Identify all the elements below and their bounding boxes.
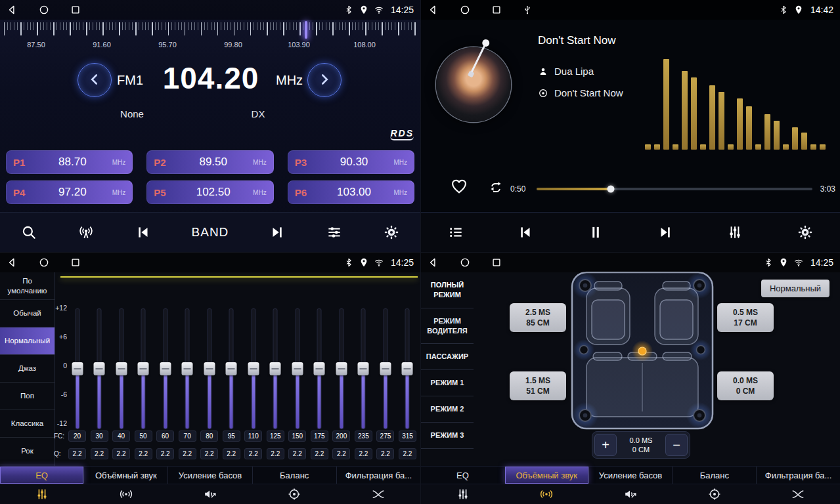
tuner-settings-icon[interactable] [326,224,343,241]
bass-boost-icon[interactable] [168,484,252,504]
recents-icon[interactable] [491,4,502,16]
progress-bar[interactable] [537,188,812,190]
eq-preset-item[interactable]: Обычай [0,300,55,327]
tab-баланс[interactable]: Баланс [672,467,756,484]
eq-preset-item[interactable]: Поп [0,383,55,410]
tab-объёмный-звук[interactable]: Объёмный звук [504,467,588,484]
eq-band-slider[interactable] [244,309,262,429]
eq-slider-handle[interactable] [336,362,347,375]
eq-preset-item[interactable]: Классика [0,410,55,438]
recents-icon[interactable] [70,257,81,268]
tab-усиление-басов[interactable]: Усиление басов [588,467,673,484]
tab-eq[interactable]: EQ [421,467,504,484]
soundfield-mode-item[interactable]: РЕЖИМ 2 [421,396,474,423]
eq-preset-item[interactable]: Джаз [0,355,55,383]
delay-rear-left-button[interactable]: 1.5 MS 51 CM [510,371,566,400]
next-track-icon[interactable] [269,224,286,241]
preset-button-p2[interactable]: P289.50MHz [146,150,273,174]
crossover-filter-icon[interactable] [336,484,420,504]
gear-icon[interactable] [797,224,814,241]
repeat-icon[interactable] [488,180,504,196]
crossover-filter-icon[interactable] [756,484,840,504]
playlist-icon[interactable] [447,224,464,241]
broadcast-icon[interactable] [77,224,95,241]
eq-slider-handle[interactable] [248,362,259,375]
bass-boost-icon[interactable] [588,484,673,504]
soundfield-mode-item[interactable]: РЕЖИМ ВОДИТЕЛЯ [421,308,474,345]
eq-slider-handle[interactable] [380,362,391,375]
surround-sound-icon[interactable] [84,484,168,504]
eq-band-slider[interactable] [135,309,152,429]
soundfield-mode-item[interactable]: ПОЛНЫЙ РЕЖИМ [421,272,474,308]
eq-band-slider[interactable] [311,309,328,429]
next-track-icon[interactable] [657,224,674,241]
favorite-icon[interactable] [450,177,468,196]
progress-thumb[interactable] [608,186,615,193]
eq-band-slider[interactable] [376,309,394,429]
back-icon[interactable] [7,4,18,16]
eq-slider-handle[interactable] [138,362,149,375]
eq-band-slider[interactable] [156,309,174,429]
eq-preset-item[interactable]: По умолчанию [0,272,55,300]
back-icon[interactable] [7,257,18,268]
eq-slider-handle[interactable] [94,362,105,375]
search-icon[interactable] [20,224,37,241]
previous-track-icon[interactable] [517,224,534,241]
home-icon[interactable] [459,257,471,268]
eq-band-slider[interactable] [112,309,130,429]
eq-slider-handle[interactable] [116,362,127,375]
tab-объёмный-звук[interactable]: Объёмный звук [83,467,167,484]
eq-band-slider[interactable] [179,309,196,429]
eq-band-slider[interactable] [355,309,372,429]
recents-icon[interactable] [491,257,502,268]
eq-slider-handle[interactable] [160,362,171,375]
delay-rear-right-button[interactable]: 0.0 MS 0 CM [717,371,774,400]
pause-icon[interactable] [587,224,604,241]
balance-icon[interactable] [252,484,336,504]
eq-band-slider[interactable] [267,309,284,429]
decrease-delay-button[interactable]: − [665,434,688,456]
eq-slider-handle[interactable] [72,362,83,375]
recents-icon[interactable] [70,4,81,16]
previous-track-icon[interactable] [135,224,152,241]
eq-band-slider[interactable] [332,309,350,429]
eq-band-slider[interactable] [200,309,218,429]
home-icon[interactable] [459,4,471,16]
surround-sound-icon[interactable] [505,484,589,504]
home-icon[interactable] [38,257,50,268]
tab-баланс[interactable]: Баланс [252,467,336,484]
preset-button-p6[interactable]: P6103.00MHz [288,180,414,204]
soundfield-mode-item[interactable]: РЕЖИМ 3 [421,423,474,449]
preset-button-p3[interactable]: P390.30MHz [288,150,414,174]
tab-усиление-басов[interactable]: Усиление басов [167,467,252,484]
eq-sliders-icon[interactable] [0,484,84,504]
eq-slider-handle[interactable] [292,362,303,375]
eq-band-slider[interactable] [68,309,86,429]
car-cabin-diagram[interactable] [571,271,714,430]
eq-band-slider[interactable] [223,309,240,429]
tab-eq[interactable]: EQ [0,467,83,484]
tab-фильтрация-ба-[interactable]: Фильтрация ба... [756,467,840,484]
back-icon[interactable] [428,257,439,268]
eq-band-slider[interactable] [288,309,306,429]
preset-button-p4[interactable]: P497.20MHz [6,180,133,204]
back-icon[interactable] [428,4,439,16]
preset-button-p1[interactable]: P188.70MHz [6,150,133,174]
band-button[interactable]: BAND [192,225,229,240]
eq-preset-item[interactable]: Нормальный [0,327,55,355]
frequency-scale[interactable]: 87.5091.6095.7099.80103.90108.00 [0,21,420,52]
delay-front-right-button[interactable]: 0.5 MS 17 CM [717,303,774,332]
soundfield-mode-item[interactable]: РЕЖИМ 1 [421,370,474,396]
eq-preset-item[interactable]: Рок [0,438,55,465]
home-icon[interactable] [38,4,50,16]
eq-slider-handle[interactable] [270,362,281,375]
eq-slider-handle[interactable] [358,362,369,375]
tab-фильтрация-ба-[interactable]: Фильтрация ба... [336,467,420,484]
delay-front-left-button[interactable]: 2.5 MS 85 CM [510,303,566,332]
soundfield-mode-item[interactable]: ПАССАЖИР [421,344,474,370]
preset-button-p5[interactable]: P5102.50MHz [146,180,273,204]
eq-band-slider[interactable] [91,309,108,429]
tune-down-button[interactable] [77,63,112,97]
gear-icon[interactable] [383,224,400,241]
sound-preset-button[interactable]: Нормальный [761,280,829,297]
